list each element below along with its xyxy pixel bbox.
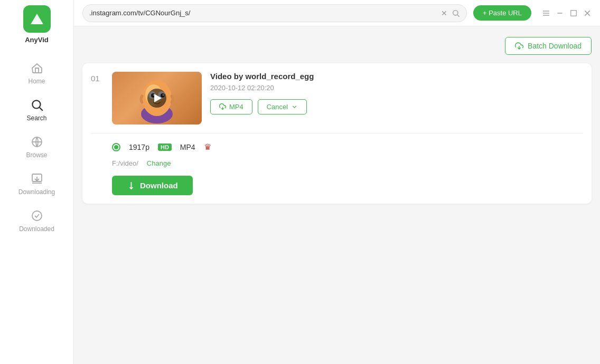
batch-download-button[interactable]: Batch Download	[505, 37, 592, 55]
sidebar-item-browse[interactable]: Browse	[0, 128, 73, 165]
svg-line-1	[39, 108, 42, 111]
main-content: .instagram.com/tv/CGNourGnj_s/ ✕ + Paste…	[74, 0, 600, 364]
maximize-icon[interactable]	[569, 9, 578, 17]
quality-radio[interactable]	[112, 143, 120, 151]
download-btn-row: Download	[91, 176, 583, 195]
browse-icon	[30, 135, 44, 149]
svg-line-9	[457, 15, 460, 17]
url-clear-icon[interactable]: ✕	[441, 9, 447, 17]
save-path: F:/video/	[112, 159, 138, 167]
url-search-icon[interactable]	[452, 9, 460, 17]
content-area: Batch Download 01	[74, 26, 600, 364]
window-controls	[542, 9, 592, 17]
play-button[interactable]	[147, 89, 166, 108]
titlebar: .instagram.com/tv/CGNourGnj_s/ ✕ + Paste…	[74, 0, 600, 26]
svg-rect-14	[571, 10, 577, 16]
browse-label: Browse	[26, 151, 47, 159]
video-thumbnail	[112, 72, 202, 124]
download-button[interactable]: Download	[112, 176, 193, 195]
change-path-link[interactable]: Change	[147, 159, 171, 167]
search-label: Search	[26, 114, 46, 122]
svg-point-7	[32, 211, 42, 221]
batch-download-label: Batch Download	[528, 42, 582, 50]
video-info: Video by world_record_egg 2020-10-12 02:…	[210, 72, 583, 114]
hd-badge: HD	[158, 143, 172, 151]
mp4-button[interactable]: MP4	[210, 99, 252, 114]
crown-icon: ♛	[204, 142, 211, 152]
video-number: 01	[91, 74, 104, 83]
sidebar: AnyVid Home Search	[0, 0, 74, 364]
video-header: 01	[91, 72, 583, 124]
home-icon	[30, 61, 44, 75]
search-icon	[30, 98, 44, 112]
home-label: Home	[28, 78, 45, 85]
minimize-icon[interactable]	[556, 9, 564, 17]
format-label: MP4	[180, 143, 195, 151]
divider	[91, 133, 583, 133]
download-label: Download	[140, 181, 178, 190]
downloaded-icon	[30, 208, 44, 223]
video-title: Video by world_record_egg	[210, 72, 583, 81]
downloaded-label: Downloaded	[19, 225, 54, 233]
batch-download-bar: Batch Download	[82, 37, 592, 55]
svg-point-0	[32, 100, 40, 108]
svg-point-8	[453, 10, 458, 15]
url-text: .instagram.com/tv/CGNourGnj_s/	[89, 9, 437, 17]
menu-icon[interactable]	[542, 9, 550, 17]
mp4-label: MP4	[229, 103, 243, 111]
logo-area: AnyVid	[23, 5, 51, 44]
close-icon[interactable]	[583, 9, 592, 17]
sidebar-item-downloading[interactable]: Downloading	[0, 165, 73, 202]
video-actions: MP4 Cancel	[210, 99, 583, 114]
sidebar-item-downloaded[interactable]: Downloaded	[0, 202, 73, 239]
url-bar[interactable]: .instagram.com/tv/CGNourGnj_s/ ✕	[82, 4, 467, 22]
cancel-button[interactable]: Cancel	[258, 99, 307, 114]
downloading-icon	[30, 171, 44, 186]
downloading-label: Downloading	[18, 188, 55, 196]
quality-row: 1917p HD MP4 ♛	[91, 142, 583, 152]
sidebar-item-search[interactable]: Search	[0, 91, 73, 128]
video-card: 01	[82, 63, 592, 204]
quality-label: 1917p	[129, 143, 149, 151]
sidebar-item-home[interactable]: Home	[0, 54, 73, 91]
path-row: F:/video/ Change	[91, 159, 583, 167]
paste-url-button[interactable]: + Paste URL	[473, 5, 531, 21]
app-name: AnyVid	[25, 36, 49, 44]
video-date: 2020-10-12 02:20:20	[210, 84, 583, 92]
cancel-label: Cancel	[267, 103, 288, 111]
app-logo	[23, 5, 51, 33]
